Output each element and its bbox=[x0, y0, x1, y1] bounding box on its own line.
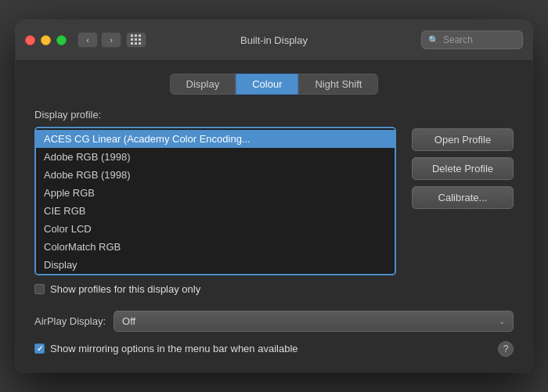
search-box[interactable]: 🔍 bbox=[421, 31, 523, 49]
list-item[interactable]: Adobe RGB (1998) bbox=[36, 166, 395, 184]
window: ‹ › Built-in Display 🔍 Display Colour Ni… bbox=[16, 20, 532, 372]
action-buttons: Open Profile Delete Profile Calibrate... bbox=[412, 128, 514, 209]
mirror-label: Show mirroring options in the menu bar w… bbox=[50, 343, 298, 354]
profile-list[interactable]: ACES CG Linear (Academy Color Encoding..… bbox=[34, 127, 396, 275]
list-item[interactable]: Display bbox=[36, 256, 395, 274]
nav-buttons: ‹ › bbox=[78, 32, 121, 48]
grid-icon bbox=[131, 34, 142, 45]
airplay-row: AirPlay Display: Off ⌄ bbox=[34, 311, 514, 332]
delete-profile-button[interactable]: Delete Profile bbox=[412, 157, 514, 180]
search-input[interactable] bbox=[443, 34, 516, 45]
list-item[interactable]: ColorMatch RGB bbox=[36, 238, 395, 256]
forward-button[interactable]: › bbox=[101, 32, 121, 48]
back-button[interactable]: ‹ bbox=[78, 32, 98, 48]
question-mark-icon: ? bbox=[503, 343, 509, 354]
titlebar: ‹ › Built-in Display 🔍 bbox=[16, 20, 532, 61]
minimize-button[interactable] bbox=[41, 35, 51, 45]
tab-colour[interactable]: Colour bbox=[236, 74, 298, 95]
list-item[interactable]: CIE RGB bbox=[36, 202, 395, 220]
chevron-left-icon: ‹ bbox=[86, 35, 89, 45]
checkmark-icon: ✓ bbox=[37, 344, 43, 353]
list-item[interactable]: Color LCD bbox=[36, 220, 395, 238]
calibrate-button[interactable]: Calibrate... bbox=[412, 186, 514, 209]
show-profiles-checkbox[interactable] bbox=[34, 284, 45, 294]
airplay-value: Off bbox=[122, 315, 135, 327]
show-profiles-row: Show profiles for this display only bbox=[34, 283, 396, 295]
close-button[interactable] bbox=[25, 35, 35, 45]
chevron-down-icon: ⌄ bbox=[499, 317, 505, 325]
search-icon: 🔍 bbox=[428, 35, 439, 45]
traffic-lights bbox=[25, 35, 67, 45]
grid-button[interactable] bbox=[126, 32, 146, 48]
tab-display[interactable]: Display bbox=[170, 74, 236, 95]
list-item[interactable]: Display P3 bbox=[36, 274, 395, 275]
main-row: ACES CG Linear (Academy Color Encoding..… bbox=[34, 127, 514, 295]
airplay-dropdown[interactable]: Off ⌄ bbox=[114, 311, 514, 332]
list-item[interactable]: Apple RGB bbox=[36, 184, 395, 202]
airplay-label: AirPlay Display: bbox=[34, 315, 106, 327]
window-title: Built-in Display bbox=[240, 34, 308, 46]
content: Display Colour Night Shift Display profi… bbox=[16, 61, 532, 372]
list-item[interactable]: Adobe RGB (1998) bbox=[36, 148, 395, 166]
open-profile-button[interactable]: Open Profile bbox=[412, 128, 514, 151]
mirror-checkbox[interactable]: ✓ bbox=[34, 343, 45, 354]
maximize-button[interactable] bbox=[56, 35, 67, 45]
help-button[interactable]: ? bbox=[498, 341, 514, 357]
tab-night-shift[interactable]: Night Shift bbox=[298, 74, 378, 95]
mirror-row: ✓ Show mirroring options in the menu bar… bbox=[34, 341, 514, 357]
show-profiles-label: Show profiles for this display only bbox=[50, 283, 200, 295]
tab-bar: Display Colour Night Shift bbox=[34, 74, 514, 95]
display-profile-label: Display profile: bbox=[34, 109, 514, 120]
chevron-right-icon: › bbox=[110, 35, 113, 45]
profile-list-container: ACES CG Linear (Academy Color Encoding..… bbox=[34, 127, 396, 295]
list-item[interactable]: ACES CG Linear (Academy Color Encoding..… bbox=[36, 130, 395, 148]
